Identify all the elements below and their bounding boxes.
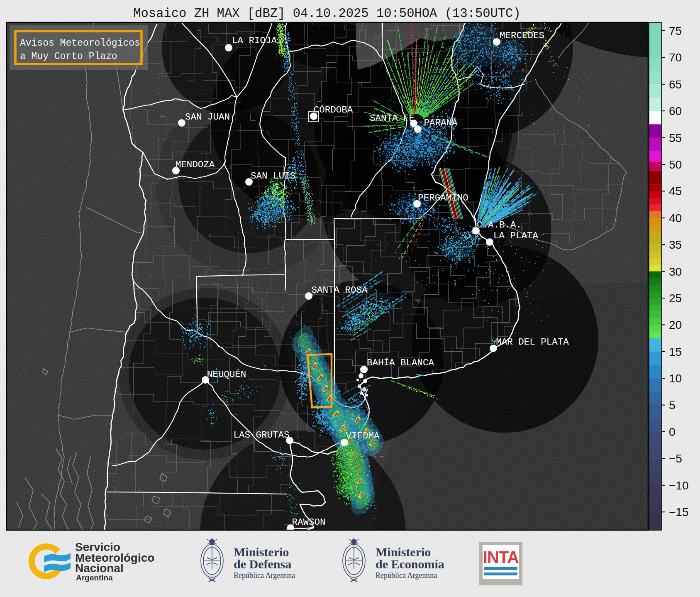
svg-text:−5: −5 xyxy=(669,452,682,465)
svg-text:PARANÁ: PARANÁ xyxy=(424,117,458,128)
svg-text:35: 35 xyxy=(669,238,682,251)
svg-text:15: 15 xyxy=(669,345,682,358)
svg-text:MERCEDES: MERCEDES xyxy=(500,30,544,41)
svg-text:0: 0 xyxy=(669,426,676,438)
svg-text:75: 75 xyxy=(669,24,682,37)
svg-text:5: 5 xyxy=(669,399,676,412)
svg-text:SANTA FE: SANTA FE xyxy=(370,113,415,124)
svg-text:PERGAMINO: PERGAMINO xyxy=(418,193,468,203)
svg-text:INTA: INTA xyxy=(483,548,519,566)
svg-text:BAHÍA BLANCA: BAHÍA BLANCA xyxy=(367,357,434,368)
svg-text:LA PLATA: LA PLATA xyxy=(493,230,539,241)
svg-text:Avisos Meteorológicos: Avisos Meteorológicos xyxy=(20,38,140,49)
svg-text:−15: −15 xyxy=(669,506,689,519)
svg-text:55: 55 xyxy=(669,132,682,144)
svg-text:SANTA ROSA: SANTA ROSA xyxy=(311,285,368,296)
svg-text:65: 65 xyxy=(669,78,682,91)
svg-text:Mosaico ZH MAX [dBZ] 04.10.202: Mosaico ZH MAX [dBZ] 04.10.2025 10:50HOA… xyxy=(133,7,520,21)
svg-text:de Economía: de Economía xyxy=(376,557,444,571)
svg-text:25: 25 xyxy=(669,292,682,305)
svg-text:LAS GRUTAS: LAS GRUTAS xyxy=(233,430,289,440)
svg-text:RAWSON: RAWSON xyxy=(292,517,325,528)
svg-text:70: 70 xyxy=(669,51,682,64)
svg-text:−10: −10 xyxy=(669,479,689,492)
svg-text:SAN LUIS: SAN LUIS xyxy=(251,171,295,181)
svg-text:CÓRDOBA: CÓRDOBA xyxy=(314,105,353,115)
svg-text:República Argentina: República Argentina xyxy=(376,571,437,580)
svg-text:MENDOZA: MENDOZA xyxy=(176,159,215,170)
svg-text:10: 10 xyxy=(669,372,682,385)
svg-text:MAR DEL PLATA: MAR DEL PLATA xyxy=(496,337,569,347)
svg-text:SAN JUAN: SAN JUAN xyxy=(185,112,230,122)
svg-text:República Argentina: República Argentina xyxy=(234,571,295,580)
svg-text:50: 50 xyxy=(669,158,682,171)
svg-text:20: 20 xyxy=(669,318,682,331)
svg-text:Nacional: Nacional xyxy=(75,562,124,575)
svg-text:Argentina: Argentina xyxy=(76,573,113,582)
svg-text:C.A.B.A.: C.A.B.A. xyxy=(477,220,522,230)
svg-text:LA RIOJA: LA RIOJA xyxy=(232,35,277,46)
svg-text:VIEDMA: VIEDMA xyxy=(346,431,380,441)
svg-text:a Muy Corto Plazo: a Muy Corto Plazo xyxy=(20,51,117,62)
svg-text:30: 30 xyxy=(669,265,682,278)
svg-text:NEUQUÉN: NEUQUÉN xyxy=(207,369,246,380)
svg-text:de Defensa: de Defensa xyxy=(234,557,291,571)
svg-text:60: 60 xyxy=(669,105,682,117)
svg-text:40: 40 xyxy=(669,212,682,225)
svg-text:45: 45 xyxy=(669,185,682,198)
